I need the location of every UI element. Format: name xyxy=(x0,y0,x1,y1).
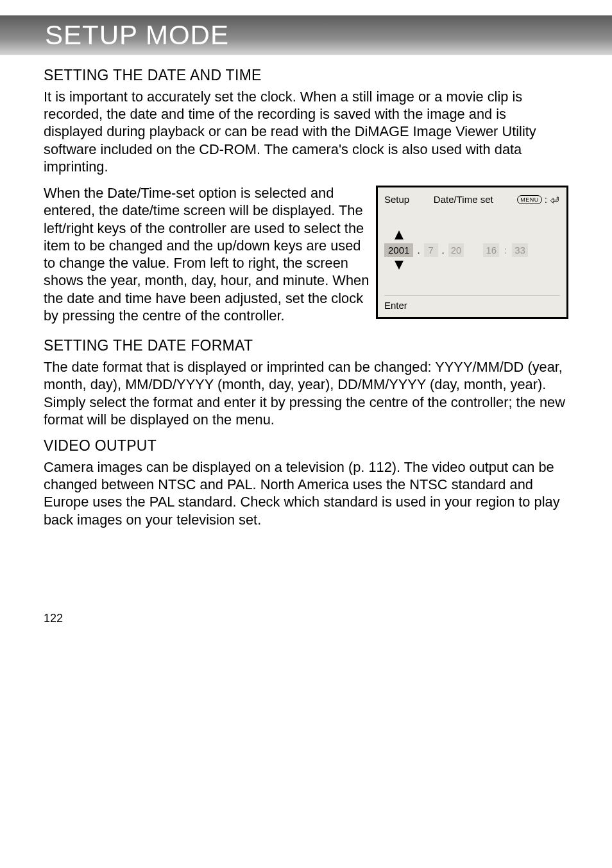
lcd-year-value[interactable]: 2001 xyxy=(384,243,413,257)
lcd-screenshot: Setup Date/Time set MENU : xyxy=(376,186,568,319)
lcd-month-value[interactable]: 7 xyxy=(424,243,438,257)
colon-separator: : xyxy=(545,194,547,205)
heading-setting-date-format: SETTING THE DATE FORMAT xyxy=(44,337,568,354)
arrow-down-icon xyxy=(395,261,404,270)
paragraph-date-format: The date format that is displayed or imp… xyxy=(44,358,568,428)
arrow-up-icon xyxy=(395,230,404,239)
paragraph-date-time-intro: It is important to accurately set the cl… xyxy=(44,88,568,175)
lcd-minute-value[interactable]: 33 xyxy=(512,243,528,257)
heading-video-output: VIDEO OUTPUT xyxy=(44,437,568,455)
menu-button-icon: MENU xyxy=(517,195,542,204)
lcd-day-value[interactable]: 20 xyxy=(448,243,464,257)
lcd-enter-label: Enter xyxy=(384,296,560,312)
lcd-screen-title: Date/Time set xyxy=(434,194,493,205)
time-separator-colon: : xyxy=(503,245,508,256)
paragraph-video-output: Camera images can be displayed on a tele… xyxy=(44,458,568,528)
lcd-setup-label: Setup xyxy=(384,194,409,205)
page-title: SETUP MODE xyxy=(45,20,229,51)
date-separator-dot: . xyxy=(442,245,445,256)
date-separator-dot: . xyxy=(417,245,420,256)
back-arrow-icon xyxy=(550,195,560,204)
lcd-menu-back: MENU : xyxy=(517,194,560,205)
title-bar: SETUP MODE xyxy=(0,15,612,55)
lcd-hour-value[interactable]: 16 xyxy=(483,243,499,257)
page-number: 122 xyxy=(44,612,612,625)
lcd-datetime-row: 2001 . 7 . 20 16 : 33 xyxy=(384,230,560,270)
heading-setting-date-time: SETTING THE DATE AND TIME xyxy=(44,67,568,84)
